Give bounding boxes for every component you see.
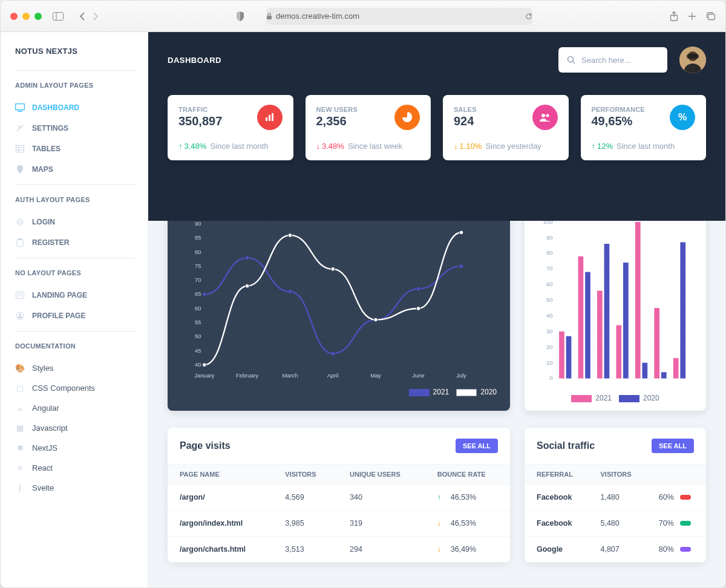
svg-rect-0 — [53, 12, 64, 20]
new-tab-icon[interactable] — [688, 11, 696, 21]
percent-icon: % — [670, 105, 695, 130]
doc-css[interactable]: ▢CSS Components — [15, 378, 136, 398]
back-button[interactable] — [79, 12, 85, 21]
sidebar-item-login[interactable]: LOGIN — [15, 212, 136, 232]
doc-nextjs[interactable]: ✱NextJS — [15, 438, 136, 458]
search-input[interactable] — [581, 56, 659, 65]
sidebar-item-settings[interactable]: SETTINGS — [15, 118, 136, 139]
svg-point-20 — [568, 57, 574, 62]
maximize-window-button[interactable] — [34, 13, 42, 20]
svg-point-68 — [245, 284, 249, 288]
svg-text:July: July — [456, 373, 466, 379]
svg-point-69 — [288, 234, 292, 238]
sidebar-item-tables[interactable]: TABLES — [15, 139, 136, 159]
svg-rect-100 — [597, 291, 603, 379]
svg-point-70 — [331, 267, 335, 272]
stats-row: TRAFFIC 350,897 ↑ 3.48%Since last month … — [168, 95, 706, 160]
svg-point-29 — [541, 114, 545, 117]
stat-card-performance: PERFORMANCE 49,65% % ↑ 12%Since last mon… — [581, 95, 707, 160]
doc-angular[interactable]: ⟁Angular — [15, 398, 136, 418]
svg-text:80: 80 — [195, 249, 201, 255]
sidebar-item-dashboard[interactable]: DASHBOARD — [15, 97, 136, 118]
main: DASHBOARD TRAFFIC 350,897 ↑ 3.48%Since — [148, 32, 725, 587]
search-box[interactable] — [558, 47, 667, 73]
svg-rect-105 — [642, 363, 647, 379]
svg-rect-7 — [16, 146, 24, 152]
arrow-down-icon: ↓ 3.48% — [316, 142, 344, 151]
table-row: Google4,80780% — [525, 537, 706, 563]
svg-point-71 — [374, 318, 378, 322]
svg-text:May: May — [370, 373, 381, 379]
refresh-icon[interactable] — [525, 13, 532, 20]
svg-point-12 — [19, 221, 22, 224]
sidebar-item-maps[interactable]: MAPS — [15, 159, 136, 180]
svg-line-21 — [573, 62, 575, 64]
stat-card-users: NEW USERS 2,356 ↓ 3.48%Since last week — [306, 95, 431, 160]
svg-rect-15 — [16, 292, 24, 299]
url-bar[interactable]: demos.creative-tim.com — [266, 8, 532, 25]
forward-button[interactable] — [93, 12, 99, 21]
tv-icon — [15, 103, 25, 112]
svg-point-30 — [546, 114, 549, 117]
doc-styles[interactable]: 🎨Styles — [15, 358, 136, 378]
tabs-icon[interactable] — [706, 11, 716, 21]
svg-rect-103 — [623, 263, 629, 378]
svg-text:65: 65 — [195, 291, 201, 297]
sidebar-section-docs: DOCUMENTATION — [15, 342, 136, 350]
pie-chart-icon — [394, 105, 420, 130]
orders-legend: 2021 2020 — [535, 394, 695, 402]
stat-card-traffic: TRAFFIC 350,897 ↑ 3.48%Since last month — [168, 95, 293, 160]
svg-text:40: 40 — [195, 362, 201, 368]
svg-point-62 — [288, 290, 292, 294]
see-all-visits-button[interactable]: SEE ALL — [456, 439, 498, 453]
svg-text:20: 20 — [546, 344, 553, 350]
svg-rect-98 — [578, 256, 584, 379]
svg-text:80: 80 — [546, 249, 553, 256]
minimize-window-button[interactable] — [22, 13, 30, 20]
svg-point-60 — [203, 292, 207, 296]
sidebar-section-auth: AUTH LAYOUT PAGES — [15, 196, 136, 203]
svg-text:February: February — [236, 373, 259, 379]
share-icon[interactable] — [670, 11, 678, 21]
stat-card-sales: SALES 924 ↓ 1.10%Since yesterday — [443, 95, 569, 160]
sidebar: NOTUS NEXTJS ADMIN LAYOUT PAGES DASHBOAR… — [1, 32, 148, 587]
svg-text:10: 10 — [546, 359, 553, 366]
sidebar-item-register[interactable]: REGISTER — [15, 232, 136, 253]
lock-icon — [266, 13, 272, 20]
sidebar-item-profile[interactable]: PROFILE PAGE — [15, 305, 136, 326]
page-visits-card: Page visits SEE ALL PAGE NAME VISITORS U… — [168, 428, 510, 563]
doc-js[interactable]: ▩Javascript — [15, 418, 136, 438]
close-window-button[interactable] — [10, 13, 18, 20]
page-visits-table: PAGE NAME VISITORS UNIQUE USERS BOUNCE R… — [168, 464, 510, 563]
svg-point-61 — [245, 256, 249, 260]
brand[interactable]: NOTUS NEXTJS — [15, 47, 136, 56]
shield-icon[interactable] — [236, 11, 244, 21]
svg-rect-106 — [654, 308, 659, 378]
doc-svelte[interactable]: ∫Svelte — [15, 478, 136, 498]
svg-rect-101 — [604, 244, 610, 379]
svg-text:March: March — [282, 373, 298, 379]
svg-text:60: 60 — [195, 305, 201, 312]
doc-react[interactable]: ⚛React — [15, 458, 136, 478]
window-controls — [10, 13, 42, 20]
see-all-social-button[interactable]: SEE ALL — [652, 439, 694, 453]
svg-point-72 — [416, 307, 420, 311]
angular-icon: ⟁ — [15, 403, 25, 413]
css-icon: ▢ — [15, 384, 25, 393]
svg-rect-102 — [616, 325, 621, 379]
svg-rect-26 — [266, 117, 267, 121]
svg-text:0: 0 — [549, 374, 552, 381]
svg-rect-2 — [267, 16, 272, 19]
sidebar-toggle-icon[interactable] — [53, 12, 64, 21]
clipboard-icon — [15, 238, 25, 247]
svg-rect-5 — [16, 104, 25, 110]
users-icon — [532, 105, 558, 130]
avatar[interactable] — [679, 47, 706, 73]
svg-rect-14 — [19, 238, 22, 240]
table-row: Facebook1,48060% — [525, 485, 706, 511]
svg-rect-104 — [635, 222, 641, 379]
svg-rect-28 — [272, 113, 273, 121]
sidebar-item-landing[interactable]: LANDING PAGE — [15, 285, 136, 305]
svg-text:January: January — [194, 373, 214, 379]
sales-chart: 4045505560657075808590JanuaryFebruaryMar… — [181, 218, 497, 384]
